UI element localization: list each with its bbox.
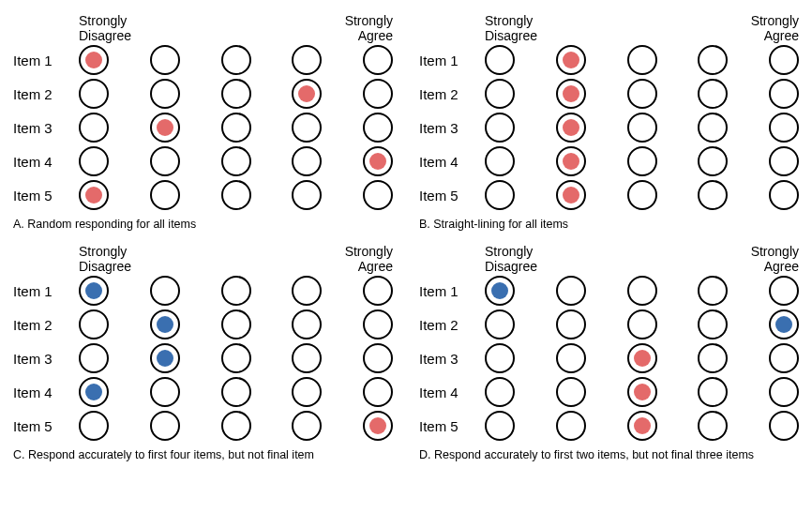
- likert-bubble[interactable]: [556, 79, 586, 109]
- likert-bubble[interactable]: [556, 180, 586, 210]
- likert-bubble[interactable]: [769, 343, 799, 373]
- likert-bubble[interactable]: [698, 411, 728, 441]
- likert-bubble[interactable]: [698, 276, 728, 306]
- likert-bubble[interactable]: [769, 309, 799, 339]
- likert-bubble[interactable]: [150, 45, 180, 75]
- likert-bubble[interactable]: [627, 45, 657, 75]
- likert-bubble[interactable]: [150, 146, 180, 176]
- likert-bubble[interactable]: [627, 411, 657, 441]
- likert-bubble[interactable]: [150, 411, 180, 441]
- likert-bubble[interactable]: [698, 343, 728, 373]
- likert-bubble[interactable]: [485, 79, 515, 109]
- likert-bubble[interactable]: [556, 276, 586, 306]
- likert-bubble[interactable]: [627, 180, 657, 210]
- likert-bubble[interactable]: [363, 45, 393, 75]
- likert-bubble[interactable]: [769, 113, 799, 143]
- likert-bubble[interactable]: [556, 146, 586, 176]
- likert-bubble[interactable]: [363, 343, 393, 373]
- likert-bubble[interactable]: [150, 276, 180, 306]
- likert-bubble[interactable]: [79, 180, 109, 210]
- likert-bubble[interactable]: [221, 411, 251, 441]
- likert-bubble[interactable]: [150, 343, 180, 373]
- likert-bubble[interactable]: [292, 113, 322, 143]
- likert-bubble[interactable]: [769, 146, 799, 176]
- likert-bubble[interactable]: [627, 276, 657, 306]
- likert-bubble[interactable]: [769, 411, 799, 441]
- likert-bubble[interactable]: [292, 309, 322, 339]
- likert-bubble[interactable]: [485, 377, 515, 407]
- likert-bubble[interactable]: [221, 45, 251, 75]
- likert-bubble[interactable]: [769, 45, 799, 75]
- likert-bubble[interactable]: [150, 79, 180, 109]
- likert-bubble[interactable]: [556, 309, 586, 339]
- likert-bubble[interactable]: [485, 309, 515, 339]
- likert-bubble[interactable]: [485, 180, 515, 210]
- likert-bubble[interactable]: [363, 276, 393, 306]
- likert-bubble[interactable]: [221, 276, 251, 306]
- likert-bubble[interactable]: [79, 45, 109, 75]
- likert-bubble[interactable]: [556, 45, 586, 75]
- likert-bubble[interactable]: [79, 309, 109, 339]
- likert-bubble[interactable]: [79, 343, 109, 373]
- likert-bubble[interactable]: [485, 343, 515, 373]
- likert-bubble[interactable]: [698, 113, 728, 143]
- likert-bubble[interactable]: [556, 377, 586, 407]
- likert-bubble[interactable]: [221, 79, 251, 109]
- likert-bubble[interactable]: [363, 411, 393, 441]
- likert-bubble[interactable]: [627, 113, 657, 143]
- likert-bubble[interactable]: [221, 377, 251, 407]
- likert-bubble[interactable]: [627, 79, 657, 109]
- likert-bubble[interactable]: [79, 146, 109, 176]
- likert-bubble[interactable]: [769, 276, 799, 306]
- likert-bubble[interactable]: [292, 343, 322, 373]
- likert-bubble[interactable]: [769, 79, 799, 109]
- likert-bubble[interactable]: [627, 377, 657, 407]
- likert-bubble[interactable]: [698, 377, 728, 407]
- likert-bubble[interactable]: [79, 79, 109, 109]
- likert-bubble[interactable]: [363, 113, 393, 143]
- likert-bubble[interactable]: [221, 343, 251, 373]
- likert-bubble[interactable]: [485, 146, 515, 176]
- likert-bubble[interactable]: [150, 309, 180, 339]
- likert-bubble[interactable]: [292, 180, 322, 210]
- likert-bubble[interactable]: [363, 377, 393, 407]
- likert-bubble[interactable]: [698, 146, 728, 176]
- likert-bubble[interactable]: [292, 146, 322, 176]
- likert-bubble[interactable]: [556, 113, 586, 143]
- likert-bubble[interactable]: [698, 45, 728, 75]
- likert-bubble[interactable]: [769, 377, 799, 407]
- likert-bubble[interactable]: [627, 343, 657, 373]
- likert-bubble[interactable]: [698, 180, 728, 210]
- likert-bubble[interactable]: [221, 180, 251, 210]
- likert-bubble[interactable]: [485, 45, 515, 75]
- likert-bubble[interactable]: [150, 180, 180, 210]
- likert-bubble[interactable]: [79, 276, 109, 306]
- likert-bubble[interactable]: [698, 79, 728, 109]
- likert-bubble[interactable]: [556, 343, 586, 373]
- likert-bubble[interactable]: [150, 113, 180, 143]
- likert-bubble[interactable]: [363, 309, 393, 339]
- likert-bubble[interactable]: [79, 377, 109, 407]
- likert-bubble[interactable]: [556, 411, 586, 441]
- likert-bubble[interactable]: [485, 411, 515, 441]
- likert-bubble[interactable]: [221, 146, 251, 176]
- likert-bubble[interactable]: [485, 276, 515, 306]
- likert-bubble[interactable]: [221, 309, 251, 339]
- likert-bubble[interactable]: [698, 309, 728, 339]
- likert-bubble[interactable]: [79, 113, 109, 143]
- likert-bubble[interactable]: [363, 146, 393, 176]
- likert-bubble[interactable]: [292, 276, 322, 306]
- likert-bubble[interactable]: [627, 309, 657, 339]
- likert-bubble[interactable]: [150, 377, 180, 407]
- likert-bubble[interactable]: [292, 79, 322, 109]
- likert-bubble[interactable]: [485, 113, 515, 143]
- likert-bubble[interactable]: [79, 411, 109, 441]
- likert-bubble[interactable]: [292, 377, 322, 407]
- likert-bubble[interactable]: [627, 146, 657, 176]
- likert-bubble[interactable]: [221, 113, 251, 143]
- likert-bubble[interactable]: [769, 180, 799, 210]
- likert-bubble[interactable]: [292, 45, 322, 75]
- likert-bubble[interactable]: [292, 411, 322, 441]
- likert-bubble[interactable]: [363, 79, 393, 109]
- likert-bubble[interactable]: [363, 180, 393, 210]
